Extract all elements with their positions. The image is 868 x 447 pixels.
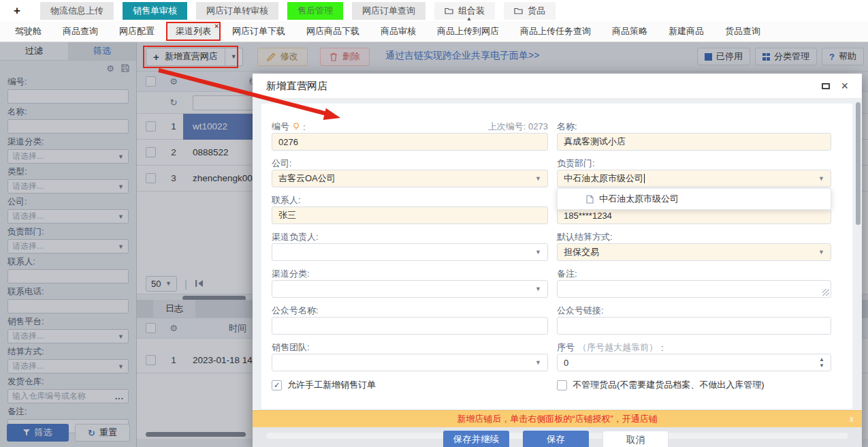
tab-product-upload[interactable]: 商品上传到网店	[428, 22, 509, 41]
sub-tab-bar: 驾驶舱 商品查询 网店配置 渠道列表 × 网店订单下载 网店商品下载 商品审核 …	[0, 21, 868, 42]
field-code: 编号 : 上次编号: 0273	[272, 121, 548, 151]
code-input[interactable]	[278, 137, 541, 147]
channel-owner-select[interactable]: ▼	[272, 243, 548, 261]
tab-goods-query[interactable]: 货品查询	[716, 22, 770, 41]
settle-value: 担保交易	[564, 246, 599, 258]
tab-channel-list-label: 渠道列表	[176, 26, 211, 36]
dept-label: 负责部门:	[557, 157, 831, 170]
field-mp-name: 公众号名称:	[272, 305, 548, 335]
mp-link-label: 公众号链接:	[557, 305, 831, 317]
dept-dropdown-option[interactable]: 中石油太原市级公司	[599, 193, 679, 205]
tab-combo[interactable]: 组合装	[434, 2, 495, 20]
code-label: 编号	[272, 121, 289, 133]
warning-close-icon[interactable]: x	[850, 411, 854, 427]
company-value: 吉客云OA公司	[278, 172, 336, 185]
tab-product-query[interactable]: 商品查询	[53, 22, 108, 41]
sequence-hint: （序号越大越靠前）	[578, 341, 658, 354]
name-input[interactable]	[564, 137, 824, 147]
text-cursor	[644, 174, 645, 183]
save-and-continue-button[interactable]: 保存并继续	[443, 431, 509, 447]
sequence-colon: :	[661, 343, 664, 353]
field-contact: 联系人:	[272, 194, 548, 224]
dept-value: 中石油太原市级公司	[564, 172, 643, 185]
remark-label: 备注:	[557, 268, 831, 280]
tab-product-strategy[interactable]: 商品策略	[602, 22, 657, 41]
phone-input[interactable]	[564, 211, 824, 221]
chevron-down-icon: ▼	[535, 286, 541, 292]
spinner-up-icon[interactable]: ▲	[819, 357, 824, 362]
spinner-down-icon[interactable]: ▼	[819, 363, 824, 368]
dialog-scrollbar-thumb[interactable]	[856, 102, 861, 225]
resize-handle-icon[interactable]	[822, 289, 829, 296]
tab-sales-audit[interactable]: 销售单审核	[123, 2, 187, 20]
top-tab-bar: + 物流信息上传 销售单审核 网店订单转审核 售后管理 网店订单查询 组合装 货…	[0, 0, 868, 21]
tab-close-icon[interactable]: ×	[214, 23, 219, 29]
mp-link-input[interactable]	[564, 321, 824, 331]
tab-order-download[interactable]: 网店订单下载	[223, 22, 295, 41]
add-shop-dialog: 新增直营网店 × 编号 : 上次编号: 0273	[253, 74, 862, 447]
allow-manual-order-label: 允许手工新增销售订单	[287, 379, 376, 391]
authorize-warning-bar: 新增店铺后，单击右侧面板的“店铺授权”，开通店铺 x	[253, 410, 862, 427]
settle-label: 默认结算方式:	[557, 231, 831, 243]
lightbulb-icon[interactable]	[293, 123, 300, 131]
tab-order-query[interactable]: 网店订单查询	[352, 2, 425, 20]
tab-shop-config[interactable]: 网店配置	[110, 22, 164, 41]
annotation-box-add-button	[143, 46, 238, 68]
tab-order-transfer-audit[interactable]: 网店订单转审核	[196, 2, 278, 20]
tab-combo-label: 组合装	[458, 5, 485, 17]
tab-dashboard[interactable]: 驾驶舱	[5, 22, 51, 41]
app-root: + 物流信息上传 销售单审核 网店订单转审核 售后管理 网店订单查询 组合装 货…	[0, 0, 868, 447]
tab-channel-list[interactable]: 渠道列表 ×	[166, 22, 221, 41]
chevron-down-icon: ▼	[535, 359, 541, 366]
field-name: 名称:	[557, 121, 831, 151]
company-select[interactable]: 吉客云OA公司 ▼	[272, 170, 548, 187]
field-dept: 负责部门: 中石油太原市级公司 ▼	[557, 157, 831, 187]
channel-owner-label: 渠道负责人:	[272, 231, 548, 243]
field-remark: 备注:	[557, 268, 831, 298]
chevron-down-icon: ▼	[535, 249, 541, 256]
no-goods-manage-checkbox[interactable]: 不管理货品(不需要建货品档案、不做出入库管理)	[557, 379, 765, 391]
remark-textarea[interactable]	[557, 280, 831, 298]
sequence-label: 序号	[557, 341, 575, 354]
code-colon: :	[303, 122, 306, 132]
close-icon[interactable]: ×	[841, 80, 848, 92]
save-button[interactable]: 保存	[523, 431, 589, 447]
mp-name-input[interactable]	[278, 321, 541, 331]
add-tab-icon[interactable]: +	[14, 4, 20, 18]
channel-category-select[interactable]: ▼	[272, 280, 548, 298]
checkbox-checked-icon[interactable]: ✓	[272, 380, 282, 390]
tab-scroll-up-icon[interactable]: ▲	[466, 16, 472, 22]
allow-manual-order-checkbox[interactable]: ✓ 允许手工新增销售订单	[272, 379, 376, 391]
field-sequence: 序号 （序号越大越靠前） : ▲ ▼	[557, 341, 831, 371]
cancel-button[interactable]: 取消	[602, 431, 669, 447]
dialog-scrollbar[interactable]	[856, 101, 861, 409]
folder-icon	[514, 7, 523, 14]
dialog-footer: 保存并继续 保存 取消	[253, 427, 862, 447]
no-goods-manage-label: 不管理货品(不需要建货品档案、不做出入库管理)	[573, 379, 765, 391]
tab-aftersales[interactable]: 售后管理	[287, 2, 343, 20]
tab-goods-label: 货品	[528, 5, 545, 17]
sequence-input[interactable]	[564, 358, 819, 368]
maximize-icon[interactable]	[822, 83, 830, 89]
chevron-down-icon: ▼	[818, 249, 824, 256]
contact-label: 联系人:	[272, 194, 548, 206]
contact-input[interactable]	[278, 211, 541, 221]
tab-shop-product-download[interactable]: 网店商品下载	[297, 22, 369, 41]
tab-logistics-upload[interactable]: 物流信息上传	[40, 2, 114, 20]
tab-goods[interactable]: 货品	[504, 2, 556, 20]
settle-select[interactable]: 担保交易 ▼	[557, 243, 831, 261]
sales-team-select[interactable]: ▼	[272, 354, 548, 371]
tab-upload-task-query[interactable]: 商品上传任务查询	[511, 22, 600, 41]
channel-category-label: 渠道分类:	[272, 268, 548, 280]
sequence-spinner[interactable]: ▲ ▼	[557, 354, 831, 371]
tab-new-product[interactable]: 新建商品	[659, 22, 713, 41]
checkbox-unchecked-icon[interactable]	[557, 380, 567, 390]
tab-product-audit[interactable]: 商品审核	[371, 22, 425, 41]
dept-combobox[interactable]: 中石油太原市级公司 ▼	[557, 170, 831, 187]
dialog-title-bar: 新增直营网店 ×	[253, 74, 862, 99]
sales-team-label: 销售团队:	[272, 341, 548, 354]
mp-name-label: 公众号名称:	[272, 305, 548, 317]
chevron-down-icon: ▼	[818, 175, 824, 182]
dialog-title: 新增直营网店	[266, 80, 327, 93]
folder-icon	[445, 7, 453, 14]
